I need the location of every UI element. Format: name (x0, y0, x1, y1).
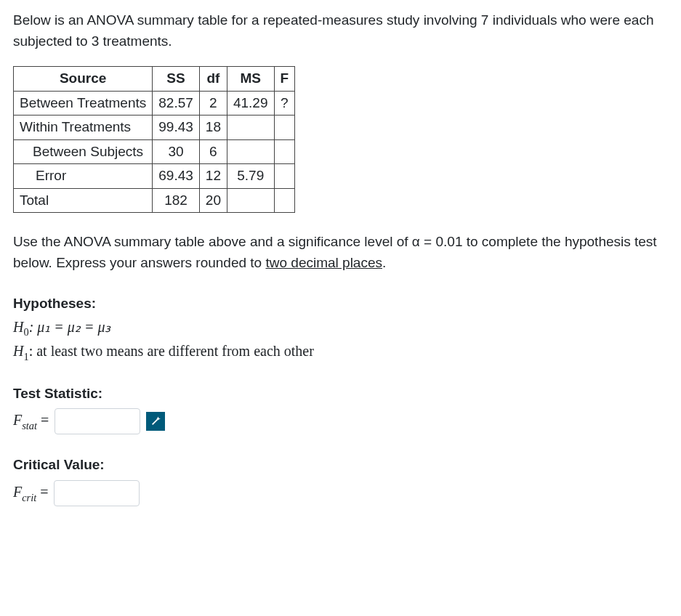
cell-ms (227, 115, 274, 140)
equals-sign: = (37, 412, 49, 428)
cell-ss: 99.43 (153, 115, 200, 140)
cell-ms (227, 139, 274, 164)
cell-ss: 30 (153, 139, 200, 164)
fcrit-input[interactable] (54, 480, 140, 506)
table-row: Error 69.43 12 5.79 (14, 164, 295, 189)
fstat-row: Fstat = (13, 408, 671, 434)
cell-source: Between Subjects (14, 139, 153, 164)
fcrit-sub: crit (22, 492, 36, 503)
anova-table: Source SS df MS F Between Treatments 82.… (13, 66, 295, 213)
cell-f (274, 188, 295, 213)
col-f: F (274, 67, 295, 92)
fcrit-row: Fcrit = (13, 480, 671, 506)
table-row: Between Subjects 30 6 (14, 139, 295, 164)
cell-ss: 69.43 (153, 164, 200, 189)
col-ms: MS (227, 67, 274, 92)
instructions-post: . (382, 255, 386, 270)
cell-df: 2 (199, 91, 227, 115)
cell-f (274, 115, 295, 140)
instructions-underlined: two decimal places (265, 255, 382, 270)
cell-ms: 5.79 (227, 164, 274, 189)
cell-ss: 182 (153, 188, 200, 213)
h0-sym: H (13, 319, 23, 335)
cell-f (274, 139, 295, 164)
col-ss: SS (153, 67, 200, 92)
h0-sub: 0 (23, 326, 28, 338)
h1-body: : at least two means are different from … (29, 343, 314, 359)
h0-body: : μ₁ = μ₂ = μ₃ (29, 319, 111, 335)
fstat-sub: stat (22, 420, 37, 431)
equals-sign: = (36, 484, 48, 500)
h0-line: H0: μ₁ = μ₂ = μ₃ (13, 316, 671, 341)
table-row: Within Treatments 99.43 18 (14, 115, 295, 140)
cell-source: Within Treatments (14, 115, 153, 140)
cell-f (274, 164, 295, 189)
cell-df: 20 (199, 188, 227, 213)
fstat-sym: F (13, 412, 22, 428)
table-row: Total 182 20 (14, 188, 295, 213)
cell-f: ? (274, 91, 295, 115)
intro-text: Below is an ANOVA summary table for a re… (13, 10, 671, 52)
fcrit-label: Fcrit = (13, 481, 48, 506)
svg-line-0 (153, 420, 158, 425)
fstat-label: Fstat = (13, 409, 49, 434)
table-row: Between Treatments 82.57 2 41.29 ? (14, 91, 295, 115)
table-header-row: Source SS df MS F (14, 67, 295, 92)
cell-ms: 41.29 (227, 91, 274, 115)
fstat-input[interactable] (55, 408, 140, 434)
instructions-text: Use the ANOVA summary table above and a … (13, 232, 671, 273)
svg-point-1 (158, 418, 159, 419)
cell-source: Between Treatments (14, 91, 153, 115)
h1-line: H1: at least two means are different fro… (13, 340, 671, 365)
wand-icon (150, 416, 161, 426)
critical-value-title: Critical Value: (13, 455, 671, 476)
cell-df: 6 (199, 139, 227, 164)
hypotheses-title: Hypotheses: (13, 293, 671, 315)
cell-df: 18 (199, 115, 227, 140)
col-source: Source (14, 67, 153, 92)
cell-ms (227, 188, 274, 213)
cell-source: Total (14, 188, 153, 213)
h1-sym: H (13, 343, 23, 359)
formula-tool-button[interactable] (146, 412, 165, 431)
fcrit-sym: F (13, 484, 22, 500)
cell-source: Error (14, 164, 153, 189)
test-statistic-title: Test Statistic: (13, 384, 671, 405)
col-df: df (199, 67, 227, 92)
h1-sub: 1 (23, 351, 28, 362)
cell-ss: 82.57 (153, 91, 200, 115)
cell-df: 12 (199, 164, 227, 189)
